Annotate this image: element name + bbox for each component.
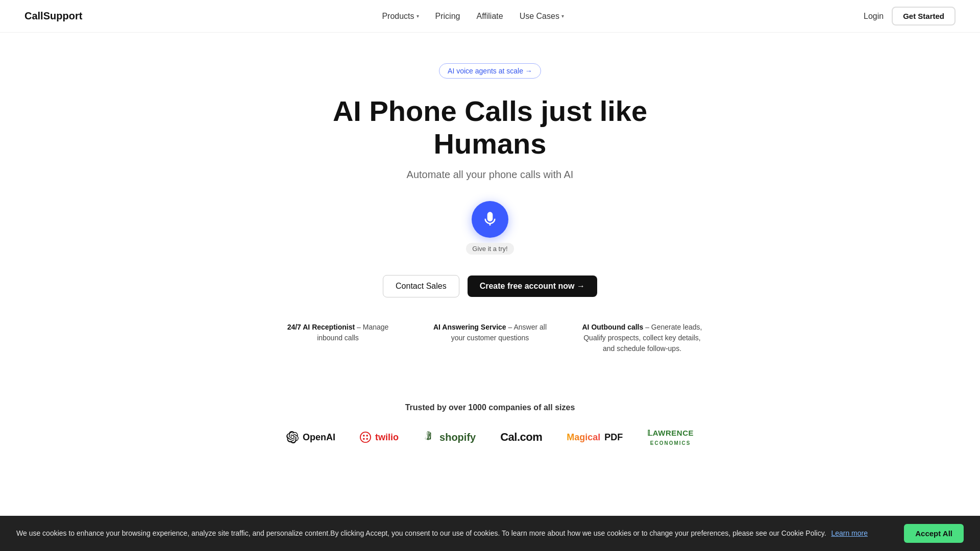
chevron-down-icon: ▾: [561, 13, 564, 19]
trusted-section: Trusted by over 1000 companies of all si…: [0, 403, 980, 467]
nav-affiliate[interactable]: Affiliate: [476, 12, 503, 21]
svg-point-3: [363, 438, 365, 440]
logo-openai: OpenAI: [286, 431, 335, 443]
hero-badge[interactable]: AI voice agents at scale →: [439, 63, 541, 79]
mic-button[interactable]: [472, 201, 508, 238]
microphone-icon: [482, 211, 498, 228]
nav-logo[interactable]: CallSupport: [24, 10, 82, 22]
svg-point-2: [366, 435, 368, 437]
hero-subtitle: Automate all your phone calls with AI: [407, 169, 574, 181]
twilio-icon: [360, 432, 371, 443]
feature-answering: AI Answering Service – Answer all your c…: [426, 322, 554, 354]
hero-section: AI voice agents at scale → AI Phone Call…: [0, 33, 980, 403]
nav-links: Products ▾ Pricing Affiliate Use Cases ▾: [382, 12, 564, 21]
openai-icon: [286, 431, 299, 443]
nav-login[interactable]: Login: [864, 12, 884, 21]
nav-products[interactable]: Products ▾: [382, 12, 419, 21]
create-account-button[interactable]: Create free account now →: [468, 276, 597, 297]
logo-magicalpdf: Magical PDF: [567, 432, 623, 443]
cta-row: Contact Sales Create free account now →: [383, 275, 597, 297]
nav-pricing[interactable]: Pricing: [435, 12, 460, 21]
chevron-down-icon: ▾: [416, 13, 419, 19]
logo-twilio: twilio: [360, 432, 399, 443]
feature-outbound: AI Outbound calls – Generate leads, Qual…: [578, 322, 706, 354]
trusted-title: Trusted by over 1000 companies of all si…: [10, 403, 970, 412]
shopify-icon: [423, 431, 435, 443]
mic-label: Give it a try!: [466, 243, 513, 255]
svg-point-1: [363, 435, 365, 437]
features-row: 24/7 AI Receptionist – Manage inbound ca…: [274, 322, 706, 354]
hero-title: AI Phone Calls just like Humans: [286, 95, 694, 161]
svg-point-0: [360, 432, 371, 442]
nav-actions: Login Get Started: [864, 7, 955, 26]
contact-sales-button[interactable]: Contact Sales: [383, 275, 459, 297]
feature-receptionist: 24/7 AI Receptionist – Manage inbound ca…: [274, 322, 402, 354]
mic-wrapper: Give it a try!: [466, 201, 513, 255]
logo-lawrence-economics: 𝕃AWRENCEECONOMICS: [647, 429, 694, 446]
get-started-button[interactable]: Get Started: [892, 7, 955, 26]
nav-use-cases[interactable]: Use Cases ▾: [520, 12, 564, 21]
navbar: CallSupport Products ▾ Pricing Affiliate…: [0, 0, 980, 33]
svg-point-4: [366, 438, 368, 440]
logo-calcom: Cal.com: [500, 431, 542, 444]
logo-shopify: shopify: [423, 431, 476, 443]
logos-row: OpenAI twilio shopify Cal.com: [10, 429, 970, 446]
